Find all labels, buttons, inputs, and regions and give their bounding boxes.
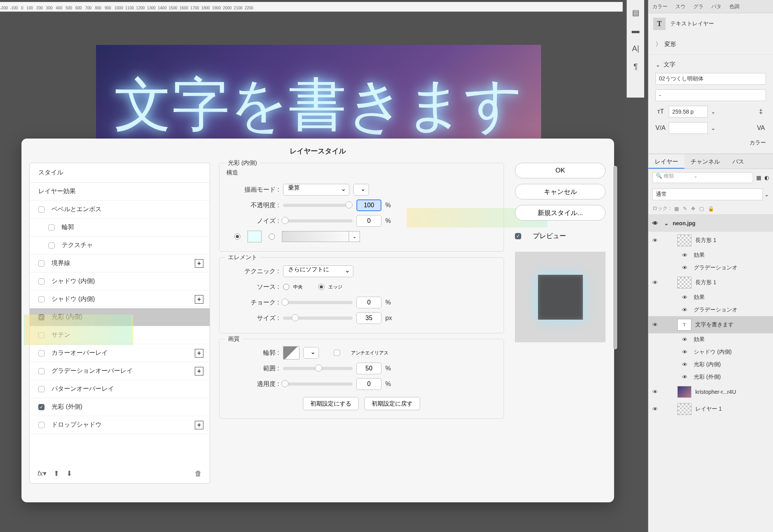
- filter-adjust-icon[interactable]: ◐: [764, 174, 769, 181]
- visibility-icon[interactable]: 👁: [652, 220, 660, 226]
- style-row-9[interactable]: カラーオーバーレイ+: [30, 344, 210, 362]
- lock-artboard-icon[interactable]: ▢: [699, 206, 704, 212]
- fx-glow-inner-row[interactable]: 👁光彩 (内側): [648, 358, 773, 371]
- style-checkbox[interactable]: [38, 422, 45, 428]
- blend-mode-extend[interactable]: [353, 184, 369, 196]
- noise-input[interactable]: [356, 215, 381, 227]
- layer-group-row[interactable]: 👁 ⌄ neon.jpg: [648, 215, 773, 232]
- size-slider[interactable]: [283, 317, 353, 320]
- tab-adjust[interactable]: 色調: [725, 0, 743, 13]
- fx-gradient-row[interactable]: 👁グラデーションオ: [648, 304, 773, 316]
- trash-icon[interactable]: 🗑: [195, 470, 202, 478]
- style-row-7[interactable]: ✓光彩 (内側): [30, 308, 210, 326]
- style-checkbox[interactable]: [38, 260, 45, 267]
- jitter-input[interactable]: [356, 378, 381, 390]
- contour-picker[interactable]: [283, 346, 299, 359]
- choke-input[interactable]: [356, 297, 381, 308]
- chevron-down-icon[interactable]: ⌄: [349, 231, 360, 242]
- style-row-6[interactable]: シャドウ (内側)+: [30, 290, 210, 308]
- style-checkbox[interactable]: [38, 332, 45, 338]
- style-checkbox[interactable]: [38, 278, 45, 285]
- visibility-icon[interactable]: 👁: [652, 279, 660, 286]
- style-row-1[interactable]: ベベルとエンボス: [30, 201, 210, 219]
- fx-row[interactable]: 👁効果: [648, 291, 773, 304]
- down-icon[interactable]: ⬇: [66, 469, 72, 478]
- style-row-8[interactable]: サテン: [30, 326, 210, 344]
- transform-section[interactable]: 〉変形: [655, 38, 766, 50]
- visibility-icon[interactable]: 👁: [652, 322, 660, 328]
- style-checkbox[interactable]: [48, 242, 55, 249]
- tab-pattern[interactable]: パタ: [707, 0, 725, 13]
- style-row-13[interactable]: ドロップシャドウ+: [30, 416, 210, 434]
- style-row-12[interactable]: ✓光彩 (外側): [30, 398, 210, 416]
- tab-paths[interactable]: パス: [726, 154, 750, 169]
- visibility-icon[interactable]: 👁: [652, 389, 660, 395]
- layer-row[interactable]: 👁レイヤー 1: [648, 400, 773, 418]
- gradient-swatch[interactable]: ⌄: [282, 231, 360, 242]
- noise-slider[interactable]: [283, 219, 353, 222]
- source-edge-radio[interactable]: [318, 284, 324, 290]
- style-row-3[interactable]: テクスチャ: [30, 237, 210, 254]
- add-effect-icon[interactable]: +: [195, 259, 203, 268]
- paragraph-icon[interactable]: ¶: [631, 62, 640, 71]
- visibility-icon[interactable]: 👁: [652, 406, 660, 412]
- contour-dd[interactable]: [303, 347, 319, 359]
- style-row-0[interactable]: レイヤー効果: [30, 183, 210, 201]
- blend-mode-select[interactable]: 通常: [652, 189, 763, 200]
- gradient-radio[interactable]: [269, 233, 275, 240]
- ok-button[interactable]: OK: [515, 163, 606, 178]
- opacity-slider[interactable]: [283, 204, 353, 207]
- jitter-slider[interactable]: [283, 383, 353, 386]
- layer-row[interactable]: 👁長方形 1: [648, 232, 773, 249]
- style-checkbox[interactable]: ✓: [38, 404, 45, 410]
- glyph-icon[interactable]: A|: [631, 44, 640, 53]
- char-section[interactable]: ⌄ 文字: [655, 59, 766, 71]
- style-checkbox[interactable]: [48, 224, 55, 231]
- range-slider[interactable]: [283, 367, 353, 370]
- filter-image-icon[interactable]: ▦: [756, 174, 761, 181]
- visibility-icon[interactable]: 👁: [652, 237, 660, 244]
- style-row-4[interactable]: 境界線+: [30, 254, 210, 272]
- align-icon[interactable]: ▤: [631, 8, 640, 17]
- opacity-input[interactable]: [356, 199, 381, 211]
- fx-icon[interactable]: fx▾: [37, 469, 46, 478]
- size-input[interactable]: [356, 312, 381, 324]
- new-style-button[interactable]: 新規スタイル...: [515, 205, 606, 221]
- tab-layers[interactable]: レイヤー: [648, 154, 684, 169]
- add-effect-icon[interactable]: +: [195, 421, 203, 429]
- style-checkbox[interactable]: [38, 386, 45, 392]
- fx-shadow-inner-row[interactable]: 👁シャドウ (内側): [648, 346, 773, 358]
- color-swatch[interactable]: [248, 231, 262, 242]
- fx-glow-outer-row[interactable]: 👁光彩 (外側): [648, 371, 773, 383]
- up-icon[interactable]: ⬆: [53, 469, 59, 478]
- lock-brush-icon[interactable]: ✎: [683, 206, 687, 212]
- layer-row[interactable]: 👁T文字を書きます: [648, 316, 773, 333]
- fx-row[interactable]: 👁効果: [648, 249, 773, 262]
- technique-select[interactable]: さらにソフトに: [283, 265, 353, 277]
- tab-swatch[interactable]: スウ: [671, 0, 689, 13]
- lock-move-icon[interactable]: ✥: [691, 206, 695, 212]
- color-radio[interactable]: [234, 233, 240, 240]
- add-effect-icon[interactable]: +: [195, 295, 203, 304]
- lock-pixels-icon[interactable]: ▦: [674, 206, 679, 212]
- font-size-input[interactable]: 259.58 p: [669, 106, 708, 117]
- range-input[interactable]: [356, 363, 381, 374]
- preview-checkbox[interactable]: ✓: [515, 233, 521, 239]
- blend-mode-select[interactable]: 乗算: [283, 184, 349, 196]
- add-effect-icon[interactable]: +: [195, 349, 203, 358]
- layer-row[interactable]: 👁kristopher-r...r4U: [648, 383, 773, 400]
- kerning-input[interactable]: [669, 122, 708, 134]
- style-row-2[interactable]: 輪郭: [30, 219, 210, 237]
- antialias-checkbox[interactable]: [334, 350, 340, 356]
- comment-icon[interactable]: ▬: [631, 26, 640, 35]
- style-row-11[interactable]: パターンオーバーレイ: [30, 380, 210, 398]
- choke-slider[interactable]: [283, 301, 353, 304]
- style-checkbox[interactable]: [38, 368, 45, 374]
- tab-gradient[interactable]: グラ: [689, 0, 707, 13]
- cancel-button[interactable]: キャンセル: [515, 184, 606, 199]
- layer-filter-select[interactable]: 🔍 種類 ⌄: [652, 172, 753, 183]
- source-center-radio[interactable]: [283, 284, 289, 290]
- tab-color[interactable]: カラー: [648, 0, 671, 13]
- style-row-5[interactable]: シャドウ (内側): [30, 272, 210, 290]
- tab-channels[interactable]: チャンネル: [684, 154, 726, 169]
